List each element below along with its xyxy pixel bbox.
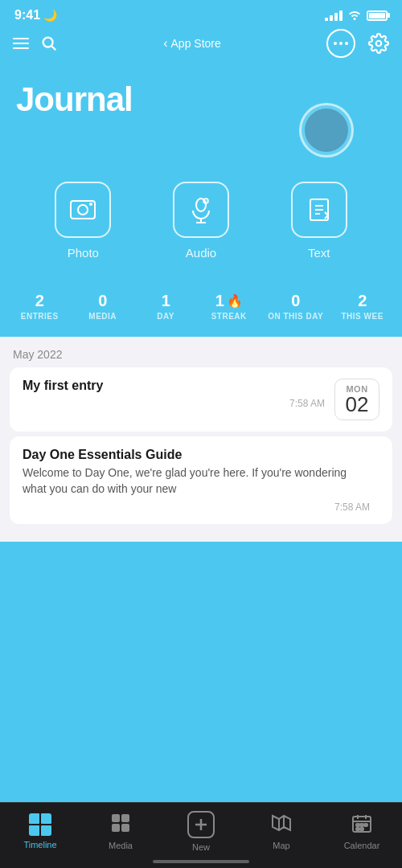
- home-indicator: [153, 860, 249, 863]
- tab-map[interactable]: Map: [253, 813, 310, 850]
- media-icon: [110, 813, 131, 837]
- stat-entries-label: ENTRIES: [21, 312, 59, 321]
- entry-title-2: Day One Essentials Guide: [23, 448, 370, 462]
- tab-bar: Timeline Media New: [0, 802, 402, 868]
- month-header: May 2022: [0, 337, 402, 367]
- calendar-icon: [351, 813, 372, 837]
- wifi-icon: [347, 9, 362, 23]
- stat-media-label: MEDIA: [88, 312, 117, 321]
- stat-streak-label: STREAK: [211, 312, 247, 321]
- svg-rect-26: [356, 824, 359, 826]
- entry-date-badge-1: MON 02: [334, 379, 379, 420]
- search-button[interactable]: [40, 35, 58, 52]
- svg-rect-14: [121, 814, 129, 822]
- svg-point-5: [89, 203, 92, 206]
- stat-day: 1 DAY: [142, 292, 190, 321]
- stat-media-value: 0: [98, 292, 107, 310]
- svg-rect-27: [360, 824, 363, 826]
- svg-rect-15: [112, 824, 120, 832]
- stat-streak: 1 🔥 STREAK: [205, 292, 253, 321]
- svg-rect-28: [364, 824, 367, 826]
- stats-bar: 2 ENTRIES 0 MEDIA 1 DAY 1 🔥 STREAK 0 ON …: [0, 268, 402, 329]
- entry-title-1: My first entry: [23, 379, 325, 393]
- entry-preview-2: Welcome to Day One, we're glad you're he…: [23, 465, 370, 497]
- new-entry-circle-inner: [305, 108, 348, 152]
- nav-right-icons: [326, 29, 389, 58]
- entry-type-text[interactable]: Text: [291, 182, 347, 260]
- stat-entries: 2 ENTRIES: [15, 292, 64, 321]
- stat-this-week-label: THIS WEE: [342, 312, 384, 321]
- stat-day-value: 1: [162, 292, 170, 310]
- audio-entry-icon: [173, 182, 229, 238]
- text-label: Text: [308, 246, 330, 260]
- battery-icon: [367, 10, 388, 21]
- tab-media[interactable]: Media: [92, 813, 149, 850]
- new-entry-area: [0, 103, 402, 158]
- svg-point-2: [376, 41, 382, 47]
- svg-marker-19: [273, 816, 290, 830]
- tab-new-label: New: [192, 842, 210, 852]
- stat-streak-value: 1 🔥: [215, 292, 243, 310]
- svg-rect-16: [121, 824, 129, 832]
- app-store-label: App Store: [171, 37, 221, 50]
- stat-day-label: DAY: [157, 312, 174, 321]
- svg-point-9: [203, 199, 208, 203]
- svg-rect-29: [356, 828, 359, 830]
- stat-on-this-day: 0 ON THIS DAY: [268, 292, 323, 321]
- search-icon: [40, 35, 58, 52]
- settings-button[interactable]: [368, 33, 389, 54]
- entry-type-photo[interactable]: Photo: [55, 182, 111, 260]
- more-icon: [326, 29, 355, 58]
- entry-type-audio[interactable]: Audio: [173, 182, 229, 260]
- status-icons: [325, 9, 388, 23]
- text-entry-icon: [291, 182, 347, 238]
- flame-icon: 🔥: [227, 293, 243, 309]
- app-store-back[interactable]: ‹ App Store: [163, 36, 221, 51]
- date-badge-num-1: 02: [346, 394, 369, 415]
- signal-icon: [325, 10, 343, 21]
- map-icon: [271, 813, 292, 837]
- more-button[interactable]: [326, 29, 355, 58]
- svg-point-0: [43, 38, 53, 47]
- svg-rect-13: [112, 814, 120, 822]
- entry-content-1: My first entry 7:58 AM: [23, 379, 334, 409]
- status-bar: 9:41 🌙: [0, 0, 402, 26]
- stat-this-week: 2 THIS WEE: [338, 292, 387, 321]
- entries-section: May 2022 My first entry 7:58 AM MON 02 D…: [0, 337, 402, 542]
- entry-content-2: Day One Essentials Guide Welcome to Day …: [23, 448, 379, 513]
- timeline-icon: [29, 813, 51, 836]
- audio-label: Audio: [186, 246, 216, 260]
- stat-entries-value: 2: [35, 292, 44, 310]
- entry-time-1: 7:58 AM: [23, 398, 325, 409]
- tab-calendar-label: Calendar: [344, 841, 380, 850]
- hamburger-icon: [13, 38, 29, 49]
- stat-this-week-value: 2: [358, 292, 367, 310]
- status-time: 9:41: [14, 8, 40, 23]
- svg-line-1: [51, 46, 55, 50]
- nav-bar: ‹ App Store: [0, 26, 402, 64]
- entry-types: Photo Audio Text: [0, 166, 402, 268]
- tab-map-label: Map: [273, 841, 289, 850]
- stat-media: 0 MEDIA: [79, 292, 127, 321]
- svg-point-4: [78, 205, 88, 215]
- tab-new[interactable]: New: [173, 811, 229, 852]
- back-chevron-icon: ‹: [163, 36, 167, 51]
- photo-label: Photo: [68, 246, 99, 260]
- stat-on-this-day-label: ON THIS DAY: [268, 312, 323, 321]
- tab-timeline-label: Timeline: [23, 840, 56, 850]
- list-item[interactable]: Day One Essentials Guide Welcome to Day …: [10, 436, 392, 524]
- tab-media-label: Media: [109, 841, 133, 850]
- moon-icon: 🌙: [43, 9, 57, 22]
- new-entry-circle[interactable]: [299, 103, 354, 158]
- list-item[interactable]: My first entry 7:58 AM MON 02: [10, 367, 392, 432]
- stat-on-this-day-value: 0: [291, 292, 300, 310]
- menu-button[interactable]: [13, 38, 29, 49]
- entry-time-2: 7:58 AM: [23, 502, 370, 513]
- svg-rect-30: [360, 828, 363, 830]
- tab-timeline[interactable]: Timeline: [12, 813, 68, 850]
- photo-entry-icon: [55, 182, 111, 238]
- tab-calendar[interactable]: Calendar: [334, 813, 390, 850]
- gear-icon: [368, 33, 389, 54]
- new-icon: [187, 811, 215, 838]
